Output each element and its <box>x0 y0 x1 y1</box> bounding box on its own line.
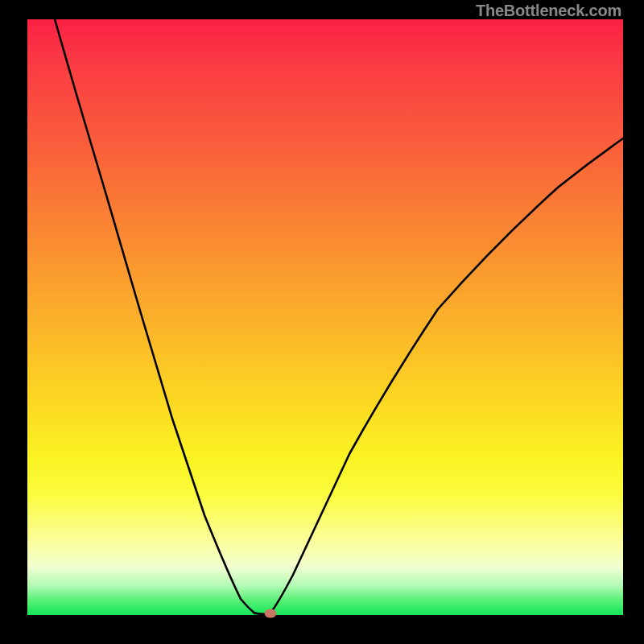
curve-left-branch <box>55 19 255 613</box>
chart-container: TheBottleneck.com <box>0 0 644 644</box>
bottleneck-curve <box>27 19 623 615</box>
curve-right-branch <box>270 138 623 613</box>
plot-area <box>27 19 623 615</box>
optimal-point-marker <box>265 609 277 618</box>
attribution-text: TheBottleneck.com <box>476 2 621 20</box>
